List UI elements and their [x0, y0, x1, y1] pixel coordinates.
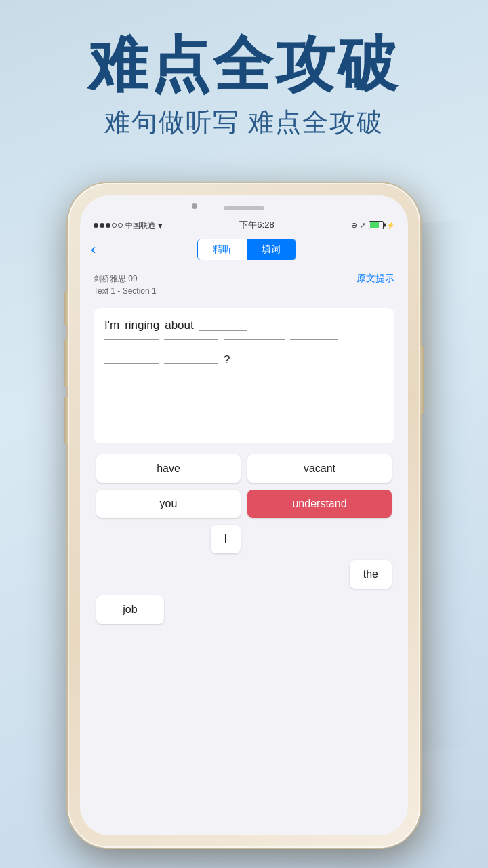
word-btn-understand[interactable]: understand	[247, 490, 392, 518]
word-options: have vacant you understand I the job	[94, 454, 394, 624]
blank-7[interactable]	[164, 363, 218, 364]
word-btn-i[interactable]: I	[211, 525, 241, 553]
camera-dot	[192, 203, 197, 209]
content-header: 剑桥雅思 09 Text 1 - Section 1 原文提示	[94, 273, 394, 297]
content-area: 剑桥雅思 09 Text 1 - Section 1 原文提示 I'm ring…	[80, 264, 408, 835]
status-bar: 中国联通 ▾ 下午6:28 ⊕ ↗ ⚡	[80, 216, 408, 235]
word-about: about	[165, 319, 194, 334]
banner-subtitle: 难句做听写 难点全攻破	[0, 105, 488, 140]
tab-jing-ting[interactable]: 精听	[198, 239, 247, 260]
status-left: 中国联通 ▾	[94, 220, 163, 231]
signal-dots	[94, 223, 123, 228]
dot2	[100, 223, 104, 228]
dot5	[118, 223, 123, 228]
question-line: ?	[104, 353, 384, 367]
dot1	[94, 223, 98, 228]
sentence-line-2	[104, 339, 384, 342]
banner: 难点全攻破 难句做听写 难点全攻破	[0, 0, 488, 140]
hint-button[interactable]: 原文提示	[357, 273, 394, 285]
sentence-line-1: I'm ringing about	[104, 319, 384, 334]
gps-icon: ↗	[360, 221, 366, 230]
battery-fill	[370, 222, 379, 228]
blank-1[interactable]	[199, 330, 247, 331]
lesson-book: 剑桥雅思 09	[94, 273, 157, 285]
word-btn-have[interactable]: have	[96, 454, 241, 483]
tab-group: 精听 填词	[197, 239, 296, 260]
blank-2[interactable]	[104, 339, 159, 340]
word-btn-you[interactable]: you	[96, 490, 241, 518]
dot4	[112, 223, 117, 228]
word-btn-vacant[interactable]: vacant	[247, 454, 392, 483]
speaker	[224, 206, 264, 210]
battery-icon	[369, 221, 384, 229]
location-icon: ⊕	[351, 221, 357, 230]
status-right: ⊕ ↗ ⚡	[351, 221, 394, 230]
wifi-icon: ▾	[158, 220, 163, 231]
banner-title: 难点全攻破	[0, 33, 488, 98]
blank-6[interactable]	[104, 363, 159, 364]
nav-bar: ‹ 精听 填词	[80, 235, 408, 264]
status-time: 下午6:28	[239, 219, 274, 231]
dot3	[106, 223, 110, 228]
word-btn-the[interactable]: the	[350, 560, 392, 589]
lesson-info: 剑桥雅思 09 Text 1 - Section 1	[94, 273, 157, 297]
phone-frame: 中国联通 ▾ 下午6:28 ⊕ ↗ ⚡ ‹ 精听 填词	[68, 183, 420, 848]
carrier-name: 中国联通	[125, 220, 155, 231]
notch	[80, 195, 408, 216]
word-ringing: ringing	[125, 319, 159, 334]
charge-icon: ⚡	[386, 222, 394, 229]
question-mark: ?	[224, 353, 230, 367]
word-im: I'm	[104, 319, 119, 334]
fill-area: I'm ringing about	[94, 308, 394, 443]
phone-screen: 中国联通 ▾ 下午6:28 ⊕ ↗ ⚡ ‹ 精听 填词	[80, 195, 408, 835]
lesson-section: Text 1 - Section 1	[94, 285, 157, 297]
blank-4[interactable]	[224, 339, 285, 340]
blank-3[interactable]	[164, 339, 218, 340]
word-btn-job[interactable]: job	[96, 595, 164, 624]
back-button[interactable]: ‹	[91, 241, 96, 258]
blank-5[interactable]	[290, 339, 338, 340]
tab-tian-ci[interactable]: 填词	[247, 239, 296, 260]
